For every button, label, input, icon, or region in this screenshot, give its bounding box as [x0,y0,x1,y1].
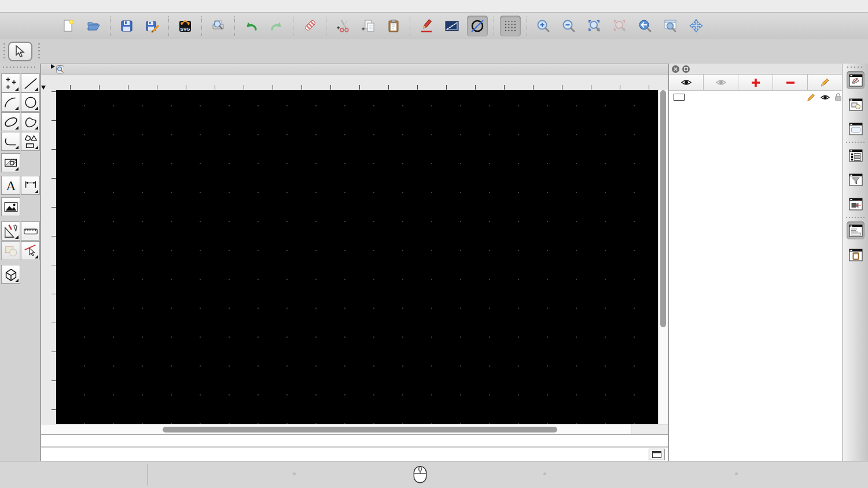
svg-text:A: A [6,178,16,193]
delete-button[interactable] [299,16,320,36]
save-button[interactable] [116,16,137,36]
entity-list-dock-button[interactable] [847,146,865,164]
print-preview-button[interactable] [208,16,229,36]
layer-list-dock-button[interactable] [847,71,865,89]
solid-3d-button[interactable] [1,265,20,284]
image-tool-button[interactable] [1,197,20,216]
text-icon: A [3,178,19,194]
open-file-icon [86,19,101,34]
show-all-layers-button[interactable] [669,75,704,90]
image-icon [3,199,19,215]
svg-export-button[interactable]: SVG [175,16,196,36]
polygon-tool-button[interactable] [21,132,40,151]
command-line-dock-button[interactable] [847,221,865,239]
paste-button[interactable] [383,16,404,36]
status-bar [0,461,868,488]
layer-lock-icon[interactable] [834,93,842,102]
layer-visibility-icon[interactable] [820,94,830,101]
document-icon [56,65,64,73]
zoom-back-icon [638,19,653,34]
zoom-in-button[interactable] [533,16,554,36]
selection-filter-dock-button[interactable] [847,171,865,188]
zoom-window-button[interactable] [660,16,681,36]
command-input[interactable] [94,449,643,460]
block-edit-button[interactable] [1,241,20,260]
ellipse-icon [3,114,19,130]
zoom-out-button[interactable] [558,16,579,36]
spline-tool-button[interactable] [21,112,40,131]
ellipse-tool-button[interactable] [1,112,20,131]
hatch-tool-button[interactable] [1,153,20,172]
horizontal-scrollbar[interactable] [41,424,631,435]
zoom-previous-button[interactable] [609,16,630,36]
layer-edit-icon[interactable] [807,93,815,102]
document-title-bar[interactable] [41,64,668,75]
projector-dock-button[interactable] [847,195,865,213]
redo-button[interactable] [266,16,287,36]
menu-bar [0,0,868,13]
command-history [41,434,668,447]
polyline-tool-button[interactable] [1,132,20,151]
select-tool-button[interactable] [8,42,32,61]
clipboard-dock-button[interactable] [847,246,865,264]
modify-tools-button[interactable] [1,221,20,241]
circle-tool-button[interactable] [21,93,40,112]
entity-attributes-button[interactable] [442,16,462,36]
copy-button[interactable] [358,16,378,36]
zoom-pan-icon [689,19,704,34]
points-icon [3,75,19,91]
new-file-icon [61,19,76,34]
library-browser-dock-icon [849,123,863,135]
cube-3d-icon [3,267,19,283]
toolbar-separator [326,16,326,36]
zoom-pan-button[interactable] [686,16,707,36]
horizontal-ruler [41,75,668,90]
palette-handle [3,66,38,68]
vertical-scroll-thumb[interactable] [660,90,666,327]
float-icon [684,67,688,71]
remove-layer-button[interactable] [773,75,808,90]
status-dot [293,472,296,475]
edit-layer-button[interactable] [808,75,842,90]
modify-icon [3,223,19,239]
arc-tool-button[interactable] [1,93,20,112]
measure-tools-button[interactable] [21,221,40,241]
grid-toggle[interactable] [500,16,521,36]
dock-separator [846,142,865,143]
toolbar-separator [168,16,169,36]
dimension-tool-button[interactable] [21,176,40,195]
block-list-dock-button[interactable] [847,95,865,113]
library-browser-dock-button[interactable] [847,120,865,138]
entity-list-dock-icon [849,149,863,162]
points-tool-button[interactable] [1,73,20,93]
zoom-back-button[interactable] [635,16,656,36]
drawing-canvas[interactable] [56,90,659,424]
add-layer-button[interactable] [738,75,773,90]
zoom-auto-button[interactable] [584,16,605,36]
hide-all-layers-button[interactable] [704,75,738,90]
line-tool-button[interactable] [21,73,40,93]
panel-float-button[interactable] [682,65,690,73]
vertical-scrollbar[interactable] [658,90,668,424]
draft-mode-toggle[interactable] [467,16,488,36]
cut-button[interactable] [332,16,353,36]
panel-close-button[interactable] [672,65,679,73]
layer-swatch[interactable] [674,94,685,101]
dock-handle [847,66,863,68]
open-file-button[interactable] [83,16,104,36]
horizontal-scroll-thumb[interactable] [163,427,557,432]
select-entity-button[interactable] [21,241,40,260]
save-as-button[interactable] [142,16,163,36]
save-icon [119,19,134,34]
command-input-row [41,447,668,461]
text-tool-button[interactable]: A [1,176,20,195]
undo-button[interactable] [241,16,262,36]
canvas-drawing [56,90,659,424]
pen-attributes-button[interactable] [416,16,437,36]
layer-row[interactable] [669,91,842,103]
toolbar-separator [293,16,293,36]
command-detach-button[interactable] [649,449,665,460]
cad-tool-palette: A [0,64,41,461]
new-file-button[interactable] [58,16,79,36]
v-ruler-label [41,90,56,106]
